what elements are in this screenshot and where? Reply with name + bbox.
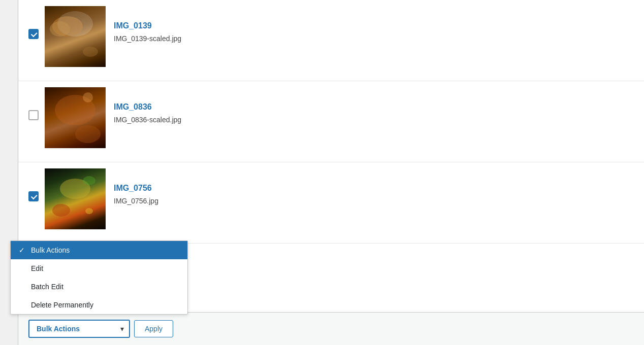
dropdown-label-bulk: Bulk Actions [31, 246, 70, 254]
checkbox-wrap-3 [28, 168, 39, 201]
page-layout: IMG_0139 IMG_0139-scaled.jpg IMG [0, 0, 644, 345]
media-info-0139: IMG_0139 IMG_0139-scaled.jpg [114, 6, 181, 43]
thumbnail-img-0139 [45, 6, 106, 67]
media-filename-0836: IMG_0836-scaled.jpg [114, 116, 181, 124]
checkbox-wrap-2 [28, 87, 39, 120]
dropdown-item-delete[interactable]: Delete Permanently [11, 296, 187, 314]
media-title-0836[interactable]: IMG_0836 [114, 102, 181, 112]
checkmark-icon: ✓ [19, 246, 27, 254]
media-title-0756[interactable]: IMG_0756 [114, 184, 158, 193]
media-item: IMG_0139 IMG_0139-scaled.jpg [18, 0, 644, 81]
bulk-actions-select[interactable]: Bulk Actions Edit Batch Edit Delete Perm… [28, 320, 130, 338]
bulk-actions-dropdown: ✓ Bulk Actions Edit Batch Edit Delete Pe… [10, 240, 188, 315]
dropdown-item-bulk[interactable]: ✓ Bulk Actions [11, 241, 187, 259]
checkbox-wrap-1 [28, 6, 39, 39]
thumbnail-0756 [45, 168, 106, 229]
dropdown-label-edit: Edit [31, 264, 43, 272]
dropdown-item-edit[interactable]: Edit [11, 259, 187, 278]
media-filename-0139: IMG_0139-scaled.jpg [114, 34, 181, 43]
bulk-actions-wrapper: Bulk Actions Edit Batch Edit Delete Perm… [28, 320, 130, 338]
checkbox-0836[interactable] [28, 110, 39, 120]
thumbnail-img-0836 [45, 87, 106, 148]
checkbox-0139[interactable] [28, 29, 39, 39]
media-item-3: IMG_0756 IMG_0756.jpg [18, 162, 644, 244]
media-info-0836: IMG_0836 IMG_0836-scaled.jpg [114, 87, 181, 124]
media-title-0139[interactable]: IMG_0139 [114, 21, 181, 30]
media-filename-0756: IMG_0756.jpg [114, 197, 158, 205]
dropdown-label-delete: Delete Permanently [31, 301, 93, 309]
dropdown-item-batch[interactable]: Batch Edit [11, 278, 187, 296]
media-info-0756: IMG_0756 IMG_0756.jpg [114, 168, 158, 205]
thumbnail-img-0756 [45, 168, 106, 229]
thumbnail-0139 [45, 6, 106, 67]
bottom-bar: Bulk Actions Edit Batch Edit Delete Perm… [18, 312, 644, 345]
media-item-2: IMG_0836 IMG_0836-scaled.jpg [18, 81, 644, 162]
checkbox-0756[interactable] [28, 191, 39, 201]
thumbnail-0836 [45, 87, 106, 148]
dropdown-label-batch: Batch Edit [31, 283, 63, 291]
content-area: IMG_0139 IMG_0139-scaled.jpg IMG [18, 0, 644, 345]
apply-button[interactable]: Apply [134, 320, 173, 337]
